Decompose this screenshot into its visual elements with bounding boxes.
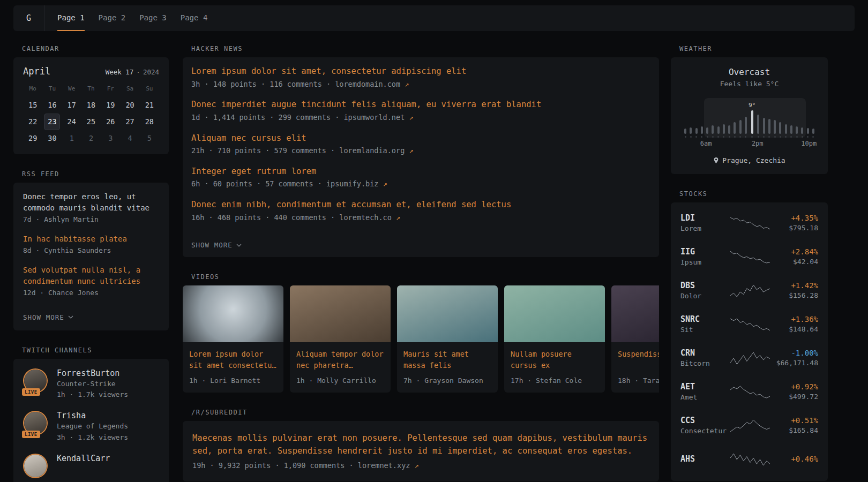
calendar-dayname: We [62, 83, 81, 94]
stock-ticker: SNRC [680, 314, 729, 324]
header-bar: G Page 1 Page 2 Page 3 Page 4 [13, 5, 855, 31]
video-title[interactable]: Nullam posuere cursus ex [511, 349, 598, 371]
weather-hour-dot [812, 136, 814, 138]
video-title[interactable]: Lorem ipsum dolor sit amet consectetu… [189, 349, 277, 371]
hn-story: Donec enim nibh, condimentum et accumsan… [191, 199, 650, 223]
calendar-year: 2024 [143, 68, 159, 76]
calendar-week-number: Week 17 [106, 68, 134, 76]
rss-item[interactable]: Donec tempor eros leo, ut commodo mauris… [23, 191, 159, 225]
videos-section: VIDEOS Lorem ipsum dolor sit amet consec… [183, 273, 659, 392]
section-title-calendar: CALENDAR [22, 45, 169, 52]
rss-widget: Donec tempor eros leo, ut commodo mauris… [13, 183, 169, 330]
video-card[interactable]: Nullam posuere cursus ex 17h · Stefan Co… [504, 285, 605, 392]
video-title[interactable]: Suspendisse diam [618, 349, 659, 371]
external-link-icon[interactable]: ↗ [383, 179, 387, 188]
hn-show-more-button[interactable]: SHOW MORE [191, 241, 242, 249]
external-link-icon[interactable]: ↗ [396, 213, 400, 222]
video-card[interactable]: Mauris sit amet massa felis 7h · Grayson… [397, 285, 498, 392]
external-link-icon[interactable]: ↗ [409, 113, 413, 122]
sparkline-svg [730, 284, 770, 298]
rss-item-title[interactable]: Sed volutpat nulla nisl, a condimentum n… [23, 265, 159, 287]
video-thumbnail[interactable] [183, 285, 283, 342]
video-thumbnail[interactable] [611, 285, 659, 342]
hn-story-title[interactable]: Integer eget rutrum lorem [191, 166, 650, 178]
weather-hour-dot [802, 136, 803, 138]
weather-widget: Overcast Feels like 5°C 9° 6am2pm10pm Pr… [671, 57, 828, 174]
header-tab[interactable]: Page 2 [99, 5, 126, 31]
hn-story: Integer eget rutrum lorem 6h · 60 points… [191, 166, 650, 190]
reddit-post-title[interactable]: Maecenas mollis pulvinar erat non posuer… [192, 432, 649, 457]
weather-hour-dot [685, 136, 686, 138]
twitch-channel-row[interactable]: LIVE ForrestBurton Counter-Strike 1h · 1… [23, 368, 159, 401]
hn-story: Lorem ipsum dolor sit amet, consectetur … [191, 66, 650, 89]
logo[interactable]: G [13, 5, 44, 31]
stock-change: +0.51% [771, 416, 818, 425]
video-thumbnail[interactable] [397, 285, 498, 342]
video-card[interactable]: Aliquam tempor dolor nec pharetra… 1h · … [290, 285, 391, 392]
weather-hour-dot [758, 136, 759, 138]
hacker-news-section: HACKER NEWS Lorem ipsum dolor sit amet, … [183, 45, 659, 257]
reddit-post-meta: 19h · 9,932 points · 1,090 comments · lo… [192, 461, 649, 471]
weather-hour-column [710, 98, 715, 138]
weather-bar [812, 129, 814, 134]
hn-story-title[interactable]: Aliquam nec cursus elit [191, 133, 650, 145]
weather-hour-column [789, 98, 794, 138]
twitch-channel-row[interactable]: LIVE Trisha League of Legends 3h · 1.2k … [23, 411, 159, 443]
channel-game[interactable]: League of Legends [57, 421, 128, 432]
weather-bar [728, 125, 730, 134]
channel-game[interactable]: Counter-Strike [57, 379, 128, 389]
hn-story-title[interactable]: Lorem ipsum dolor sit amet, consectetur … [191, 66, 650, 78]
rss-item[interactable]: In hac habitasse platea 8d · Cynthia Sau… [23, 234, 159, 256]
video-meta: 1h · Molly Carrillo [296, 376, 384, 386]
video-thumbnail[interactable] [504, 285, 605, 342]
avatar: LIVE [23, 368, 49, 394]
reddit-post-meta-text: 19h · 9,932 points · 1,090 comments · lo… [192, 461, 410, 470]
header-tab[interactable]: Page 4 [181, 5, 208, 31]
dashboard-page: G Page 1 Page 2 Page 3 Page 4 CALENDAR A… [0, 5, 868, 482]
external-link-icon[interactable]: ↗ [415, 461, 419, 470]
video-card[interactable]: Suspendisse diam 18h · Tara [611, 285, 659, 392]
hn-story-title[interactable]: Donec imperdiet augue tincidunt felis al… [191, 99, 650, 111]
video-card[interactable]: Lorem ipsum dolor sit amet consectetu… 1… [183, 285, 283, 392]
right-column: WEATHER Overcast Feels like 5°C 9° 6am2p… [671, 45, 828, 481]
external-link-icon[interactable]: ↗ [405, 80, 409, 88]
stock-sparkline [729, 318, 771, 332]
weather-hour-dot [690, 136, 692, 138]
video-thumbnail[interactable] [290, 285, 391, 342]
tab-label: Page 3 [139, 13, 167, 22]
calendar-date: 20 [122, 97, 138, 114]
calendar-date: 23 [44, 114, 60, 130]
weather-bar [712, 125, 714, 134]
channel-name[interactable]: KendallCarr [57, 454, 110, 463]
channel-name[interactable]: Trisha [57, 411, 128, 420]
stock-name: Amet [680, 393, 729, 403]
video-meta: 18h · Tara [618, 376, 659, 386]
twitch-channel-row[interactable]: KendallCarr [23, 454, 159, 479]
hn-story-title[interactable]: Donec enim nibh, condimentum et accumsan… [191, 199, 650, 211]
hn-story-meta: 1d · 1,414 points · 299 comments · ipsum… [191, 112, 650, 123]
show-more-label: SHOW MORE [191, 241, 233, 249]
rss-item-title[interactable]: In hac habitasse platea [23, 234, 159, 245]
weather-hour-column [694, 98, 699, 138]
rss-show-more-button[interactable]: SHOW MORE [23, 313, 73, 321]
external-link-icon[interactable]: ↗ [409, 146, 413, 155]
calendar-dates-grid: 15 16 17 18 19 20 21 22 23 24 25 26 27 2… [23, 97, 159, 147]
header-tab[interactable]: Page 3 [139, 5, 167, 31]
tab-label: Page 1 [57, 13, 85, 22]
hn-story-list: Lorem ipsum dolor sit amet, consectetur … [191, 66, 650, 223]
video-title[interactable]: Mauris sit amet massa felis [403, 349, 491, 371]
weather-bars-row: 9° [682, 98, 817, 138]
twitch-channel-list: LIVE ForrestBurton Counter-Strike 1h · 1… [23, 368, 159, 479]
stock-name: Dolor [680, 291, 729, 302]
chevron-down-icon [236, 244, 242, 247]
channel-name[interactable]: ForrestBurton [57, 368, 128, 378]
sparkline-svg [730, 385, 770, 399]
rss-item[interactable]: Sed volutpat nulla nisl, a condimentum n… [23, 265, 159, 298]
rss-item-title[interactable]: Donec tempor eros leo, ut commodo mauris… [23, 191, 159, 214]
weather-hour-dot [707, 136, 708, 138]
hn-story-meta: 3h · 148 points · 116 comments · loremdo… [191, 79, 650, 90]
video-title[interactable]: Aliquam tempor dolor nec pharetra… [296, 349, 384, 371]
weather-hour-dot [807, 136, 809, 138]
video-meta: 7h · Grayson Dawson [403, 376, 491, 386]
header-tab[interactable]: Page 1 [57, 5, 85, 31]
